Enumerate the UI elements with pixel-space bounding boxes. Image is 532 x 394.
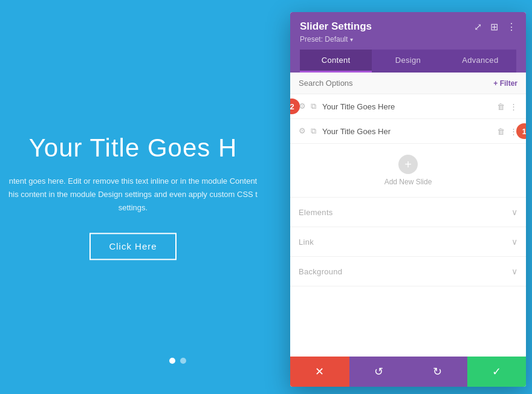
redo-button[interactable]: ↻ [408, 357, 467, 387]
search-input[interactable] [299, 79, 493, 88]
undo-button[interactable]: ↺ [349, 357, 409, 387]
chevron-link-icon: ∨ [511, 237, 517, 247]
slide-row-title-1: Your Title Goes Here [322, 102, 497, 111]
tab-content[interactable]: Content [300, 50, 372, 73]
delete-icon-2[interactable]: 🗑 [497, 127, 505, 136]
row-right-icons-1: 🗑 ⋮ [497, 102, 517, 111]
slide-dots [169, 358, 186, 364]
row-right-icons-2: 🗑 ⋮ [497, 127, 517, 136]
dot-2[interactable] [180, 358, 186, 364]
section-elements[interactable]: Elements ∨ [290, 198, 526, 227]
slide-title: Your Title Goes H [6, 134, 260, 163]
more-icon-1[interactable]: ⋮ [510, 102, 517, 111]
section-link[interactable]: Link ∨ [290, 227, 526, 257]
add-slide-label: Add New Slide [384, 178, 432, 186]
badge-1: 1 [516, 123, 526, 139]
more-icon[interactable]: ⋮ [507, 21, 516, 33]
row-left-icons-1: ⚙ ⧉ [299, 102, 316, 111]
settings-panel: Slider Settings ⤢ ⊞ ⋮ Preset: Default ▾ … [290, 12, 526, 387]
slide-button[interactable]: Click Here [89, 233, 176, 260]
panel-preset[interactable]: Preset: Default ▾ [300, 35, 516, 44]
save-button[interactable]: ✓ [467, 357, 527, 387]
panel-header: Slider Settings ⤢ ⊞ ⋮ Preset: Default ▾ … [290, 12, 526, 73]
add-circle-icon: + [398, 155, 418, 174]
tab-design[interactable]: Design [372, 50, 444, 73]
panel-header-icons: ⤢ ⊞ ⋮ [474, 21, 516, 33]
panel-tabs: Content Design Advanced [300, 50, 516, 73]
settings-icon-2[interactable]: ⚙ [299, 126, 306, 136]
cancel-button[interactable]: ✕ [290, 357, 349, 387]
row-left-icons-2: ⚙ ⧉ [299, 126, 316, 136]
slide-row-title-2: Your Title Goes Her [322, 127, 497, 136]
slide-body: ntent goes here. Edit or remove this tex… [6, 175, 260, 215]
chevron-background-icon: ∨ [511, 266, 517, 276]
panel-title-row: Slider Settings ⤢ ⊞ ⋮ [300, 21, 516, 33]
panel-footer: ✕ ↺ ↻ ✓ [290, 357, 526, 387]
copy-icon-2[interactable]: ⧉ [311, 126, 316, 136]
tab-advanced[interactable]: Advanced [444, 50, 516, 73]
filter-button[interactable]: + Filter [493, 79, 517, 88]
section-elements-label: Elements [299, 208, 333, 217]
chevron-elements-icon: ∨ [511, 207, 517, 217]
panel-search: + Filter [290, 73, 526, 94]
badge-2: 2 [290, 98, 300, 114]
copy-icon-1[interactable]: ⧉ [311, 102, 316, 111]
columns-icon[interactable]: ⊞ [490, 21, 498, 33]
delete-icon-1[interactable]: 🗑 [497, 102, 505, 111]
expand-icon[interactable]: ⤢ [474, 21, 482, 33]
dot-1[interactable] [169, 358, 175, 364]
slide-row-2: ⚙ ⧉ Your Title Goes Her 🗑 ⋮ 1 [290, 119, 526, 144]
add-new-slide[interactable]: + Add New Slide [290, 144, 526, 198]
section-background-label: Background [299, 267, 342, 276]
section-background[interactable]: Background ∨ [290, 257, 526, 286]
slide-content: Your Title Goes H ntent goes here. Edit … [6, 134, 260, 260]
slide-row-1: 2 ⚙ ⧉ Your Title Goes Here 🗑 ⋮ [290, 94, 526, 119]
preset-arrow-icon: ▾ [350, 36, 353, 43]
panel-body: 2 ⚙ ⧉ Your Title Goes Here 🗑 ⋮ ⚙ ⧉ Your … [290, 94, 526, 357]
section-link-label: Link [299, 237, 314, 247]
panel-title: Slider Settings [300, 21, 372, 33]
